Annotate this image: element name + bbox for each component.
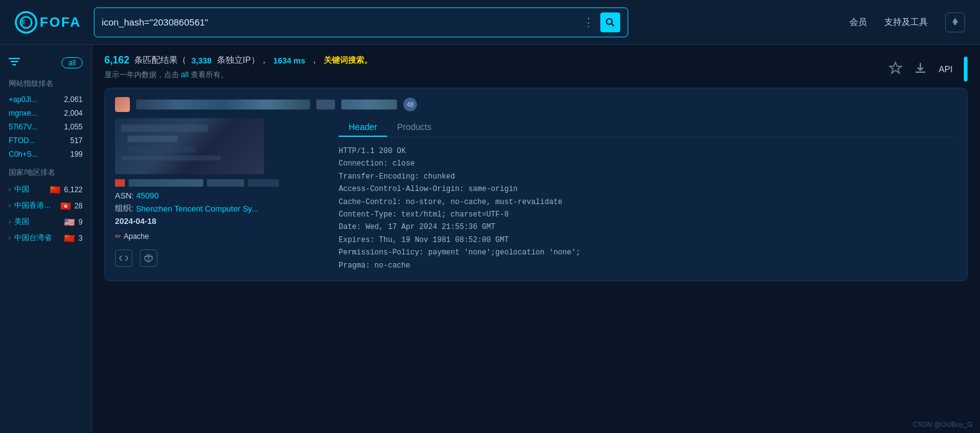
search-bar: ⋮ [94, 7, 628, 37]
header-line: Expires: Thu, 19 Nov 1981 08:52:00 GMT [339, 234, 957, 246]
nav-member[interactable]: 会员 [849, 17, 867, 28]
fingerprint-item[interactable]: mgnxe...2,004 [9, 109, 83, 118]
header-nav: 会员 支持及工具 [849, 12, 965, 32]
header-line: HTTP/1.1 200 OK [339, 145, 957, 157]
svg-line-3 [611, 23, 613, 26]
svg-rect-4 [954, 23, 956, 25]
download-button[interactable] [914, 61, 927, 78]
header-line: Content-Type: text/html; charset=UTF-8 [339, 208, 957, 221]
results-ip-count: 3,338 [191, 56, 212, 65]
card-monitor-icon [316, 100, 335, 109]
results-keyword-search[interactable]: 关键词搜索。 [324, 55, 372, 66]
card-favicon [115, 97, 130, 112]
card-bottom-icons [115, 249, 326, 267]
card-left: ASN: 45090 组织: Shenzhen Tencent Computer… [115, 118, 326, 272]
main-layout: all 网站指纹排名 +ap0Jl...2,061mgnxe...2,00457… [0, 45, 980, 433]
header-line: Cache-Control: no-store, no-cache, must-… [339, 196, 957, 208]
tab-header[interactable]: Header [339, 118, 387, 137]
server-value: Apache [124, 232, 149, 241]
location-blurred [207, 179, 244, 187]
org-value[interactable]: Shenzhen Tencent Computer Sy... [136, 204, 259, 213]
country-section-title: 国家/地区排名 [9, 167, 83, 178]
card-meta: ASN: 45090 组织: Shenzhen Tencent Computer… [115, 179, 326, 267]
tabs-row: Header Products [339, 118, 957, 137]
results-sub-text: 显示一年内数据，点击 all 查看所有。 [104, 70, 968, 80]
card-title-blurred [136, 100, 310, 109]
header: F FOFA ⋮ 会员 支持及工具 [0, 0, 980, 45]
fingerprint-list: +ap0Jl...2,061mgnxe...2,00457i67V...1,05… [9, 95, 83, 159]
country-item[interactable]: ›中国香港...🇭🇰28 [9, 200, 83, 211]
fingerprint-item[interactable]: FTOD...517 [9, 136, 83, 145]
toolbar-right: API [889, 57, 968, 81]
logo-icon: F [15, 11, 37, 34]
card-screenshot [115, 118, 264, 174]
fingerprint-item[interactable]: +ap0Jl...2,061 [9, 95, 83, 104]
svg-point-5 [955, 18, 956, 19]
content-area: 6,162 条匹配结果（ 3,338 条独立IP）， 1634 ms ， 关键词… [92, 45, 980, 433]
card-domain-blurred [341, 100, 397, 109]
nav-support[interactable]: 支持及工具 [884, 17, 928, 28]
star-button[interactable] [889, 61, 902, 78]
country-item[interactable]: ›中国🇨🇳6,122 [9, 184, 83, 195]
logo-text: FOFA [40, 14, 81, 30]
watermark: CSDN @OidBoy_G [913, 421, 973, 428]
api-button[interactable]: API [938, 64, 953, 74]
all-link[interactable]: all [181, 70, 188, 79]
ip-blurred [129, 179, 203, 187]
cube-icon-button[interactable] [140, 249, 157, 267]
fingerprint-item[interactable]: C0h+S...199 [9, 150, 83, 159]
result-card: 48 [104, 88, 968, 281]
country-list: ›中国🇨🇳6,122›中国香港...🇭🇰28›美国🇺🇸9›中国台湾省🇨🇳3 [9, 184, 83, 243]
header-line: Transfer-Encoding: chunked [339, 170, 957, 183]
extra-blurred [248, 179, 279, 187]
china-flag-icon [115, 179, 125, 187]
results-text1: 条匹配结果（ [134, 55, 186, 66]
asn-value[interactable]: 45090 [136, 191, 158, 200]
results-text2: 条独立IP）， [217, 55, 268, 66]
country-item[interactable]: ›美国🇺🇸9 [9, 216, 83, 227]
results-count: 6,162 [104, 55, 129, 66]
logo: F FOFA [15, 11, 81, 34]
card-body: ASN: 45090 组织: Shenzhen Tencent Computer… [115, 118, 957, 272]
date-value: 2024-04-18 [115, 216, 157, 226]
search-input[interactable] [102, 17, 578, 27]
svg-text:F: F [22, 19, 25, 26]
card-count-badge: 48 [403, 98, 417, 111]
sidebar: all 网站指纹排名 +ap0Jl...2,061mgnxe...2,00457… [0, 45, 92, 433]
fingerprint-item[interactable]: 57i67V...1,055 [9, 123, 83, 131]
header-content: HTTP/1.1 200 OKConnection: closeTransfer… [339, 145, 957, 272]
org-label: 组织: [115, 203, 134, 214]
asn-row: ASN: 45090 [115, 191, 326, 200]
header-line: Pragma: no-cache [339, 259, 957, 272]
search-button[interactable] [600, 12, 620, 32]
server-icon: ✏ [115, 232, 121, 241]
search-options-icon[interactable]: ⋮ [583, 16, 595, 29]
date-row: 2024-04-18 [115, 216, 326, 226]
card-right: Header Products HTTP/1.1 200 OKConnectio… [339, 118, 957, 272]
filter-icon[interactable] [9, 57, 20, 68]
notification-bell-button[interactable] [945, 12, 965, 32]
svg-marker-9 [890, 62, 902, 73]
tab-products[interactable]: Products [387, 118, 441, 137]
code-icon-button[interactable] [115, 249, 132, 267]
card-top-row: 48 [115, 97, 957, 112]
results-separator: ， [310, 55, 319, 66]
results-ms: 1634 ms [273, 56, 305, 65]
fingerprint-section-title: 网站指纹排名 [9, 78, 83, 89]
all-badge[interactable]: all [62, 57, 83, 68]
results-bar: 6,162 条匹配结果（ 3,338 条独立IP）， 1634 ms ， 关键词… [104, 55, 968, 66]
asn-label: ASN: [115, 191, 134, 200]
server-row: ✏ Apache [115, 232, 326, 241]
header-line: Permissions-Policy: payment 'none';geolo… [339, 246, 957, 259]
org-row: 组织: Shenzhen Tencent Computer Sy... [115, 203, 326, 214]
green-accent-bar [964, 57, 968, 81]
country-item[interactable]: ›中国台湾省🇨🇳3 [9, 233, 83, 243]
sidebar-filter-row: all [9, 57, 83, 68]
header-line: Date: Wed, 17 Apr 2024 21:55:36 GMT [339, 221, 957, 233]
header-line: Connection: close [339, 157, 957, 170]
header-line: Access-Control-Allow-Origin: same-origin [339, 183, 957, 195]
